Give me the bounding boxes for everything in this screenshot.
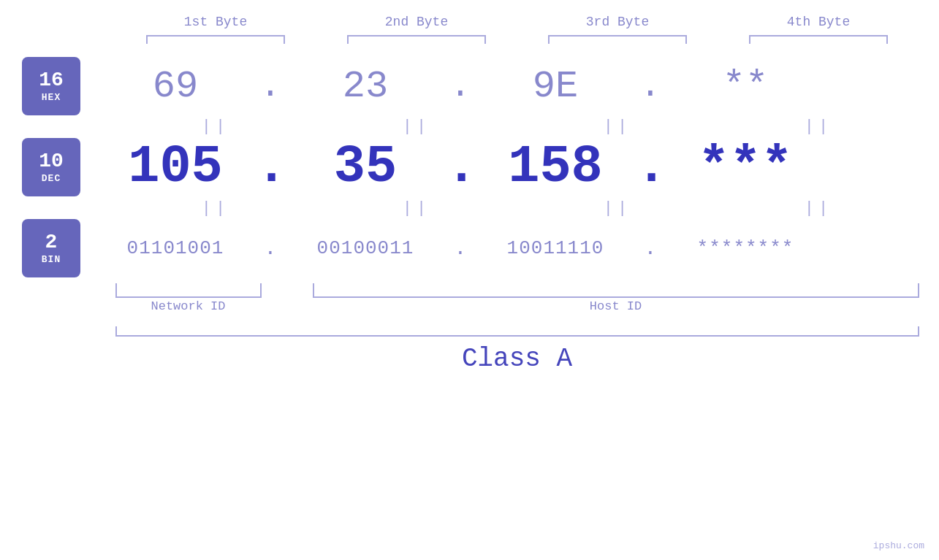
bin-val-1: 01101001 xyxy=(127,237,224,259)
eq1-3: || xyxy=(537,118,698,136)
class-label: Class A xyxy=(115,344,919,374)
network-id-label: Network ID xyxy=(115,299,262,313)
hex-dot-1: . xyxy=(256,66,285,106)
bin-val-3: 10011110 xyxy=(507,237,604,259)
bin-byte3: 10011110 xyxy=(475,237,636,259)
hex-val-3: 9E xyxy=(533,65,578,108)
hex-byte3: 9E xyxy=(475,65,636,108)
hex-base-number: 16 xyxy=(39,69,64,92)
dec-dot-2: . xyxy=(446,137,475,197)
eq2-4: || xyxy=(738,199,899,218)
bin-badge: 2 BIN xyxy=(22,219,80,277)
bracket-top-3 xyxy=(548,35,687,44)
eq2-2: || xyxy=(336,199,497,218)
dec-dot-3: . xyxy=(636,137,665,197)
host-id-bracket xyxy=(313,283,919,298)
byte1-header: 1st Byte xyxy=(135,15,296,29)
dec-values: 105 . 35 . 158 . *** xyxy=(95,137,935,197)
hex-values: 69 . 23 . 9E . ** xyxy=(95,65,935,108)
hex-val-4: ** xyxy=(723,65,768,108)
bin-dot-2: . xyxy=(446,237,475,260)
hex-byte4: ** xyxy=(665,65,826,108)
eq1-4: || xyxy=(738,118,899,136)
bin-dot-1: . xyxy=(256,237,285,260)
hex-byte2: 23 xyxy=(285,65,446,108)
dec-base-number: 10 xyxy=(39,150,64,173)
host-id-label: Host ID xyxy=(313,299,919,313)
hex-byte1: 69 xyxy=(95,65,256,108)
dec-val-2: 35 xyxy=(334,137,397,197)
bracket-top-4 xyxy=(749,35,888,44)
full-bottom-bracket xyxy=(115,326,919,337)
dec-byte2: 35 xyxy=(285,137,446,197)
content-area: 16 HEX 69 . 23 . 9E . ** xyxy=(0,57,939,115)
network-id-bracket xyxy=(115,283,262,298)
eq1-2: || xyxy=(336,118,497,136)
dec-dot-1: . xyxy=(256,137,285,197)
byte2-header: 2nd Byte xyxy=(336,15,497,29)
top-brackets xyxy=(115,35,919,44)
bin-content-area: 2 BIN 01101001 . 00100011 . 10011110 . *… xyxy=(0,219,939,277)
hex-val-2: 23 xyxy=(343,65,388,108)
dec-byte1: 105 xyxy=(95,137,256,197)
bin-dot-3: . xyxy=(636,237,665,260)
dec-val-3: 158 xyxy=(508,137,603,197)
bin-val-4: ******** xyxy=(697,237,794,259)
dec-row: 10 DEC 105 . 35 . 158 . *** xyxy=(22,137,935,197)
bottom-bracket-area: Network ID Host ID xyxy=(115,283,919,323)
eq1-1: || xyxy=(135,118,296,136)
byte4-header: 4th Byte xyxy=(738,15,899,29)
dec-badge: 10 DEC xyxy=(22,138,80,196)
bin-val-2: 00100011 xyxy=(317,237,414,259)
bin-row: 2 BIN 01101001 . 00100011 . 10011110 . *… xyxy=(22,219,935,277)
bracket-top-1 xyxy=(146,35,285,44)
equals-row-2: || || || || xyxy=(115,197,919,219)
eq2-1: || xyxy=(135,199,296,218)
byte3-header: 3rd Byte xyxy=(537,15,698,29)
dec-byte4: *** xyxy=(665,137,826,197)
bin-byte1: 01101001 xyxy=(95,237,256,259)
dec-byte3: 158 xyxy=(475,137,636,197)
hex-base-label: HEX xyxy=(42,92,61,103)
dec-base-label: DEC xyxy=(42,173,61,184)
bin-base-number: 2 xyxy=(45,231,58,254)
bin-byte2: 00100011 xyxy=(285,237,446,259)
hex-val-1: 69 xyxy=(153,65,198,108)
equals-row-1: || || || || xyxy=(115,115,919,137)
dec-content-area: 10 DEC 105 . 35 . 158 . *** xyxy=(0,137,939,197)
hex-dot-3: . xyxy=(636,66,665,106)
hex-dot-2: . xyxy=(446,66,475,106)
hex-row: 16 HEX 69 . 23 . 9E . ** xyxy=(22,57,935,115)
bin-values: 01101001 . 00100011 . 10011110 . *******… xyxy=(95,237,935,260)
bin-base-label: BIN xyxy=(42,254,61,265)
main-container: 1st Byte 2nd Byte 3rd Byte 4th Byte 16 H… xyxy=(0,0,939,560)
hex-badge: 16 HEX xyxy=(22,57,80,115)
dec-val-4: *** xyxy=(698,137,793,197)
dec-val-1: 105 xyxy=(128,137,223,197)
bin-byte4: ******** xyxy=(665,237,826,259)
byte-headers: 1st Byte 2nd Byte 3rd Byte 4th Byte xyxy=(115,15,919,29)
eq2-3: || xyxy=(537,199,698,218)
bracket-top-2 xyxy=(347,35,486,44)
watermark: ipshu.com xyxy=(873,540,924,551)
